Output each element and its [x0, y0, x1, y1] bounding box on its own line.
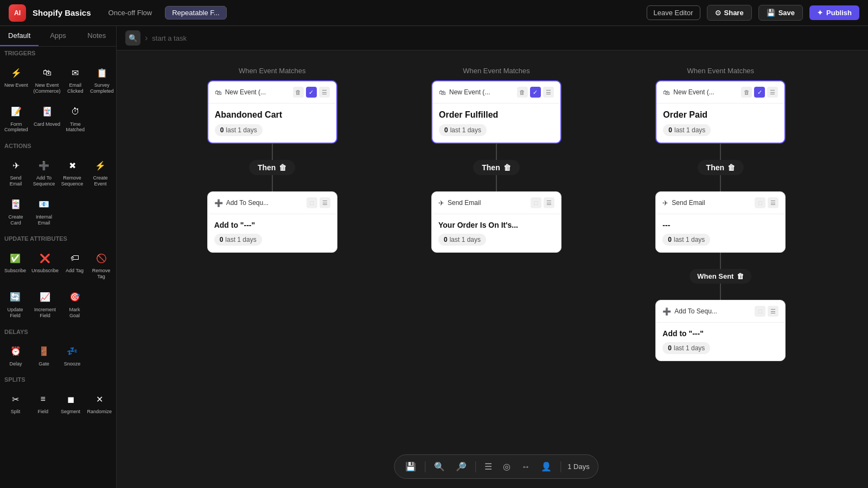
toolbar-circle-button[interactable]: ◎	[501, 459, 513, 474]
sidebar-item-delay[interactable]: ⏰ Delay	[2, 339, 29, 371]
col1-then-trash[interactable]: 🗑	[279, 163, 286, 172]
toolbar-list-button[interactable]: ☰	[482, 459, 494, 474]
card-moved-label: Card Moved	[34, 121, 60, 127]
col3-when-sent-badge[interactable]: When Sent 🗑	[690, 269, 751, 284]
sidebar-item-remove-tag[interactable]: 🚫 Remove Tag	[88, 246, 114, 284]
section-update-title: Update Attributes	[0, 232, 116, 244]
col3-then-badge[interactable]: Then 🗑	[698, 160, 744, 175]
sidebar-item-card-moved[interactable]: 🃏 Card Moved	[31, 100, 63, 138]
sidebar-item-new-event[interactable]: ⚡ New Event	[2, 61, 30, 99]
toolbar-zoom-in-button[interactable]: 🔍	[432, 459, 447, 474]
col3-then-trash[interactable]: 🗑	[727, 163, 735, 172]
breadcrumb-separator: ›	[145, 33, 148, 43]
sidebar-item-remove-sequence[interactable]: ✖ Remove Sequence	[59, 153, 86, 191]
col3-trigger-menu[interactable]: ☰	[767, 87, 778, 98]
col1-action-check-empty[interactable]: □	[307, 197, 317, 208]
app-logo: AI	[9, 4, 26, 22]
sidebar-item-split[interactable]: ✂ Split	[2, 387, 29, 419]
leave-editor-button[interactable]: Leave Editor	[647, 5, 700, 20]
unsubscribe-label: Unsubscribe	[31, 268, 59, 274]
col1-trigger-title: New Event (...	[225, 88, 290, 96]
sidebar-item-create-card[interactable]: 🃏 Create Card	[2, 192, 29, 230]
col2-section-label: When Event Matches	[463, 67, 530, 75]
tab-once-off[interactable]: Once-off Flow	[102, 7, 159, 19]
sidebar-item-survey-completed[interactable]: 📋 Survey Completed	[88, 61, 116, 99]
col3-trigger-check[interactable]: ✓	[754, 87, 765, 98]
col3-trigger-card[interactable]: 🛍 New Event (... 🗑 ✓ ☰ Order Paid	[655, 80, 786, 144]
col3-event-name: Order Paid	[663, 110, 778, 120]
col2-trigger-icon: 🛍	[439, 88, 446, 97]
col2-action-menu[interactable]: ☰	[544, 197, 554, 208]
section-actions-title: Actions	[0, 139, 116, 151]
sidebar-item-add-tag[interactable]: 🏷 Add Tag	[62, 246, 87, 284]
share-button[interactable]: ⊙ Share	[707, 5, 752, 21]
segment-icon: ◼	[63, 391, 78, 407]
tab-repeatable[interactable]: Repeatable F...	[165, 6, 226, 20]
col3-action1-check-empty[interactable]: □	[755, 197, 765, 208]
sidebar-item-segment[interactable]: ◼ Segment	[58, 387, 84, 419]
sidebar-item-snooze[interactable]: 💤 Snooze	[59, 339, 86, 371]
col1-trigger-card[interactable]: 🛍 New Event (... 🗑 ✓ ☰ Abandoned Cart	[207, 80, 337, 144]
section-splits-title: Splits	[0, 373, 116, 385]
col2-event-name: Order Fulfilled	[439, 110, 554, 120]
col3-trigger-trash[interactable]: 🗑	[741, 87, 752, 98]
col2-then-badge[interactable]: Then 🗑	[473, 160, 519, 175]
sidebar-item-randomize[interactable]: ✕ Randomize	[85, 387, 114, 419]
col1-then-badge[interactable]: Then 🗑	[249, 160, 295, 175]
col1-action-card[interactable]: ➕ Add To Sequ... □ ☰ Add to "---"	[207, 191, 337, 253]
sidebar-item-gate[interactable]: 🚪 Gate	[30, 339, 58, 371]
sidebar-item-update-field[interactable]: 🔄 Update Field	[2, 285, 28, 323]
col3-action1-card[interactable]: ✈ Send Email □ ☰ --- 0	[655, 191, 786, 253]
col2-trigger-trash[interactable]: 🗑	[517, 87, 528, 98]
save-button[interactable]: 💾 Save	[758, 5, 803, 21]
col2-action-card[interactable]: ✈ Send Email □ ☰ Your Order Is On It's..…	[431, 191, 561, 253]
publish-button[interactable]: ✦ Publish	[809, 5, 859, 20]
sidebar-item-time-matched[interactable]: ⏱ Time Matched	[64, 100, 87, 138]
sidebar-item-unsubscribe[interactable]: ❌ Unsubscribe	[29, 246, 61, 284]
email-clicked-icon: ✉	[68, 65, 83, 80]
publish-icon: ✦	[817, 9, 823, 17]
col1-trigger-menu[interactable]: ☰	[319, 87, 330, 98]
sidebar-item-field[interactable]: ≡ Field	[30, 387, 56, 419]
col3-connector2: When Sent 🗑	[690, 253, 751, 300]
toolbar-arrows-button[interactable]: ↔	[519, 460, 532, 474]
toolbar-person-button[interactable]: 👤	[539, 459, 554, 474]
share-icon: ⊙	[715, 9, 721, 17]
app-name: Shopify Basics	[33, 8, 91, 17]
canvas-search-button[interactable]: 🔍	[125, 30, 141, 46]
toolbar-save-button[interactable]: 💾	[403, 459, 418, 474]
col1-action-menu[interactable]: ☰	[320, 197, 330, 208]
save-icon: 💾	[767, 9, 775, 17]
col3-when-sent-trash[interactable]: 🗑	[737, 272, 744, 280]
sidebar-item-new-event-commerce[interactable]: 🛍 New Event (Commerce)	[31, 61, 63, 99]
sidebar-item-send-email[interactable]: ✈ Send Email	[2, 153, 29, 191]
sidebar-item-email-clicked[interactable]: ✉ Email Clicked	[64, 61, 87, 99]
sidebar-item-subscribe[interactable]: ✅ Subscribe	[2, 246, 28, 284]
sidebar-item-internal-email[interactable]: 📧 Internal Email	[30, 192, 58, 230]
col2-trigger-menu[interactable]: ☰	[543, 87, 554, 98]
col1-trigger-trash[interactable]: 🗑	[293, 87, 304, 98]
col2-trigger-check[interactable]: ✓	[530, 87, 541, 98]
col2-then-trash[interactable]: 🗑	[503, 163, 511, 172]
sidebar-item-form-completed[interactable]: 📝 Form Completed	[2, 100, 30, 138]
col2-trigger-card[interactable]: 🛍 New Event (... 🗑 ✓ ☰ Order Fulfilled	[431, 80, 561, 144]
sidebar-tab-apps[interactable]: Apps	[39, 26, 77, 46]
col3-action2-menu[interactable]: ☰	[768, 306, 778, 317]
sidebar-tab-default[interactable]: Default	[0, 26, 39, 46]
update-field-label: Update Field	[4, 307, 26, 319]
toolbar-zoom-out-button[interactable]: 🔎	[454, 459, 469, 474]
col3-section-label: When Event Matches	[687, 67, 755, 75]
sidebar-tab-notes[interactable]: Notes	[78, 26, 116, 46]
col3-action1-menu[interactable]: ☰	[768, 197, 778, 208]
col3-action1-body: ---	[662, 221, 778, 229]
col2-action-check-empty[interactable]: □	[531, 197, 541, 208]
sidebar-item-add-to-sequence[interactable]: ➕ Add To Sequence	[30, 153, 58, 191]
sidebar-item-increment-field[interactable]: 📈 Increment Field	[29, 285, 61, 323]
col3-action2-check-empty[interactable]: □	[755, 306, 765, 317]
col1-trigger-check[interactable]: ✓	[306, 87, 317, 98]
add-to-sequence-label: Add To Sequence	[33, 175, 55, 187]
col3-action2-card[interactable]: ➕ Add To Sequ... □ ☰ Add to "---"	[655, 300, 786, 361]
sidebar-item-create-event[interactable]: ⚡ Create Event	[87, 153, 114, 191]
bottom-toolbar: 💾 🔍 🔎 ☰ ◎ ↔ 👤 1 Days	[394, 454, 598, 479]
sidebar-item-mark-goal[interactable]: 🎯 Mark Goal	[62, 285, 87, 323]
